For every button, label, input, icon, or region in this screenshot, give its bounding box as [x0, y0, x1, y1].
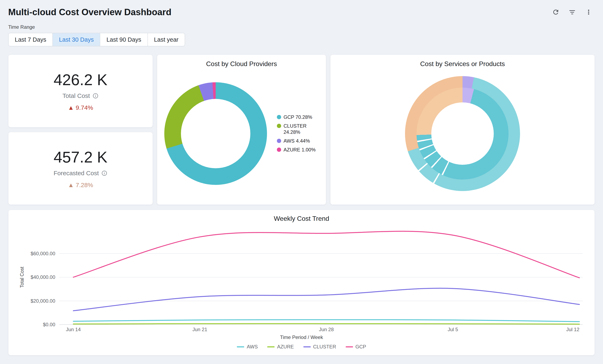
providers-card: Cost by Cloud Providers GCP 70.28%CLUSTE…: [157, 55, 326, 205]
legend-dot: [277, 124, 281, 128]
legend-label: GCP 70.28%: [284, 114, 312, 120]
time-range-last-7-days[interactable]: Last 7 Days: [8, 33, 53, 46]
services-chart-area: [337, 68, 588, 199]
legend-dot: [277, 147, 281, 152]
time-range-group: Last 7 DaysLast 30 DaysLast 90 DaysLast …: [8, 33, 185, 46]
svg-text:Jul 5: Jul 5: [448, 327, 458, 332]
trend-legend-item-aws[interactable]: AWS: [237, 344, 258, 350]
forecasted-cost-label: Forecasted Cost: [54, 170, 99, 177]
legend-dot: [277, 139, 281, 143]
providers-legend: GCP 70.28%CLUSTER 24.28%AWS 4.44%AZURE 1…: [277, 114, 319, 153]
time-range-last-30-days[interactable]: Last 30 Days: [52, 33, 100, 46]
services-sunburst-inner-ring[interactable]: [417, 88, 509, 179]
legend-line-swatch: [346, 346, 353, 347]
filter-icon: [568, 8, 576, 16]
page-title: Multi-cloud Cost Overview Dashboard: [8, 7, 172, 17]
time-range-last-year[interactable]: Last year: [148, 33, 185, 46]
trend-legend-item-gcp[interactable]: GCP: [346, 344, 366, 350]
time-range-label: Time Range: [8, 24, 595, 30]
svg-text:$40,000.00: $40,000.00: [31, 274, 55, 280]
total-cost-card: 426.2 K Total Cost ▲ 9.74%: [8, 55, 153, 127]
svg-text:Jun 21: Jun 21: [192, 327, 207, 332]
trend-legend: AWSAZURECLUSTERGCP: [17, 344, 586, 350]
trend-row: Weekly Cost Trend $0.00$20,000.00$40,000…: [8, 210, 595, 355]
services-chart-title: Cost by Services or Products: [337, 60, 588, 68]
weekly-trend-chart[interactable]: $0.00$20,000.00$40,000.00$60,000.00Jun 1…: [17, 225, 586, 334]
legend-line-swatch: [237, 346, 244, 347]
legend-label: AWS 4.44%: [284, 138, 310, 144]
legend-label: AZURE 1.00%: [284, 147, 316, 153]
legend-dot: [277, 115, 281, 119]
providers-chart-title: Cost by Cloud Providers: [163, 60, 320, 68]
header-actions: [550, 7, 594, 17]
trend-plot[interactable]: $0.00$20,000.00$40,000.00$60,000.00Jun 1…: [17, 225, 587, 334]
services-card: Cost by Services or Products: [330, 55, 595, 205]
info-icon: [101, 170, 107, 176]
providers-donut-chart[interactable]: [164, 82, 267, 185]
trend-legend-item-cluster[interactable]: CLUSTER: [303, 344, 336, 350]
time-range-section: Time Range Last 7 DaysLast 30 DaysLast 9…: [8, 24, 595, 46]
legend-label: CLUSTER 24.28%: [284, 123, 319, 135]
trend-legend-item-azure[interactable]: AZURE: [267, 344, 294, 350]
x-axis-title: Time Period / Week: [17, 334, 586, 340]
legend-item-cluster[interactable]: CLUSTER 24.28%: [277, 123, 319, 135]
donut-hole: [181, 99, 250, 168]
legend-label: GCP: [356, 344, 366, 350]
svg-text:Jun 28: Jun 28: [319, 327, 334, 332]
total-cost-label: Total Cost: [62, 92, 90, 99]
filter-button[interactable]: [567, 7, 578, 17]
more-vertical-icon: [585, 8, 592, 16]
total-cost-info-button[interactable]: [93, 93, 99, 99]
legend-line-swatch: [303, 346, 311, 347]
forecasted-cost-card: 457.2 K Forecasted Cost ▲ 7.28%: [8, 132, 153, 205]
trend-chart-title: Weekly Cost Trend: [17, 215, 586, 222]
time-range-last-90-days[interactable]: Last 90 Days: [100, 33, 148, 46]
trend-card: Weekly Cost Trend $0.00$20,000.00$40,000…: [8, 210, 595, 355]
dashboard-page: Multi-cloud Cost Overview Dashboard Time…: [0, 0, 603, 355]
legend-label: AWS: [247, 344, 258, 350]
sunburst-hole: [431, 102, 494, 165]
svg-text:Total Cost: Total Cost: [19, 266, 25, 288]
legend-item-azure[interactable]: AZURE 1.00%: [277, 147, 319, 153]
forecasted-cost-info-button[interactable]: [101, 170, 107, 176]
svg-text:Jul 12: Jul 12: [566, 327, 579, 332]
legend-label: CLUSTER: [313, 344, 336, 350]
info-icon: [93, 93, 99, 99]
svg-text:Jun 14: Jun 14: [66, 327, 81, 332]
svg-text:$20,000.00: $20,000.00: [31, 298, 55, 304]
kpi-delta-1: ▲ 7.28%: [68, 182, 93, 188]
legend-item-gcp[interactable]: GCP 70.28%: [277, 114, 319, 120]
kpi-delta-0: ▲ 9.74%: [68, 104, 93, 111]
total-cost-value: 426.2 K: [54, 71, 107, 89]
refresh-button[interactable]: [550, 7, 561, 17]
forecasted-cost-value: 457.2 K: [54, 148, 107, 166]
services-sunburst-outer-ring[interactable]: [405, 76, 520, 191]
svg-text:$0.00: $0.00: [43, 322, 55, 327]
svg-text:$60,000.00: $60,000.00: [31, 251, 55, 256]
legend-item-aws[interactable]: AWS 4.44%: [277, 138, 319, 144]
legend-line-swatch: [267, 346, 275, 347]
refresh-icon: [552, 8, 559, 16]
summary-row: 426.2 K Total Cost ▲ 9.74% 457.2 K Forec…: [8, 55, 595, 205]
legend-label: AZURE: [277, 344, 294, 350]
providers-chart-area: GCP 70.28%CLUSTER 24.28%AWS 4.44%AZURE 1…: [163, 68, 320, 199]
header: Multi-cloud Cost Overview Dashboard: [8, 5, 595, 19]
kpi-column: 426.2 K Total Cost ▲ 9.74% 457.2 K Forec…: [8, 55, 153, 205]
more-menu-button[interactable]: [583, 7, 594, 17]
